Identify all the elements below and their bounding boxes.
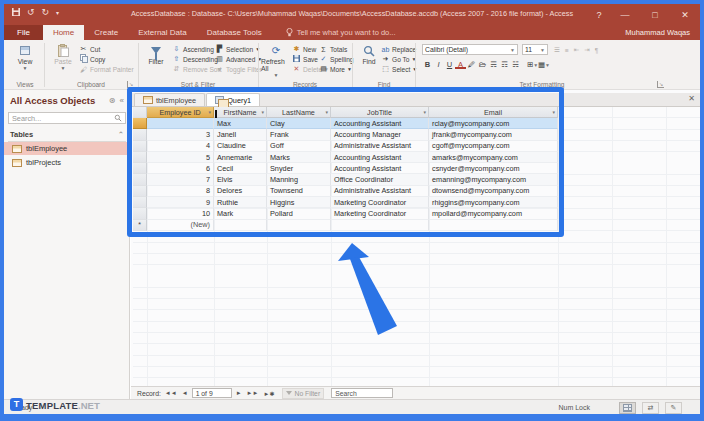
minimize-button[interactable]: — xyxy=(610,4,640,25)
cell-lastname[interactable]: Marks xyxy=(267,152,331,163)
record-search-input[interactable]: Search xyxy=(331,388,393,398)
tell-me-box[interactable]: Tell me what you want to do... xyxy=(286,25,396,40)
row-selector[interactable] xyxy=(133,152,147,163)
highlight-icon[interactable]: 🖉︎ xyxy=(466,60,477,69)
cell-email[interactable]: amarks@mycompany.com xyxy=(429,152,558,163)
close-button[interactable]: ✕ xyxy=(670,4,700,25)
column-header-lastname[interactable]: LastName▾ xyxy=(267,107,331,118)
cell-email[interactable]: jfrank@mycompany.com xyxy=(429,129,558,140)
cell-lastname[interactable]: Townsend xyxy=(267,186,331,197)
toggle-filter-button[interactable]: ▼Toggle Filter xyxy=(215,64,262,74)
totals-button[interactable]: ΣTotals xyxy=(319,44,347,54)
paste-button[interactable]: Paste▼ xyxy=(48,43,78,71)
cell-employee-id[interactable]: 10 xyxy=(147,208,214,219)
cell-email[interactable]: csnyder@mycompany.com xyxy=(429,163,558,174)
previous-record-button[interactable]: ◄ xyxy=(181,390,189,396)
font-size-select[interactable]: 11▼ xyxy=(522,44,548,55)
cell-lastname[interactable]: Frank xyxy=(267,129,331,140)
record-position-box[interactable]: 1 of 9 xyxy=(192,388,232,398)
cell-employee-id[interactable]: 6 xyxy=(147,163,214,174)
cell-jobtitle[interactable]: Administrative Assistant xyxy=(331,141,429,152)
cell-lastname[interactable]: Goff xyxy=(267,141,331,152)
cell-new-firstname[interactable] xyxy=(214,220,267,231)
column-dropdown-icon[interactable]: ▾ xyxy=(423,109,426,115)
column-dropdown-icon[interactable]: ▾ xyxy=(208,109,211,115)
cell-email[interactable]: mpollard@mycompany.com xyxy=(429,208,558,219)
cell-jobtitle[interactable]: Accounting Manager xyxy=(331,129,429,140)
row-selector[interactable] xyxy=(133,163,147,174)
italic-button[interactable]: I xyxy=(433,60,444,69)
align-right-icon[interactable]: ☵ xyxy=(510,60,521,69)
select-button[interactable]: ⬚Select▼ xyxy=(381,64,417,74)
help-button[interactable]: ? xyxy=(588,4,610,25)
descending-button[interactable]: ⇧Descending xyxy=(172,54,218,64)
cell-employee-id[interactable]: 8 xyxy=(147,186,214,197)
nav-item-tblprojects[interactable]: tblProjects xyxy=(4,156,130,169)
nav-search-input[interactable]: Search... xyxy=(8,112,126,124)
tab-create[interactable]: Create xyxy=(84,25,128,40)
cell-new-jobtitle[interactable] xyxy=(331,220,429,231)
cell-jobtitle[interactable]: Accounting Assistant xyxy=(331,152,429,163)
bold-button[interactable]: B xyxy=(422,60,433,69)
align-left-icon[interactable]: ☴ xyxy=(488,60,499,69)
cell-jobtitle[interactable]: Accounting Assistant xyxy=(331,163,429,174)
cell-firstname[interactable]: Ruthie xyxy=(214,197,267,208)
select-all-cell[interactable] xyxy=(133,107,147,118)
row-selector[interactable] xyxy=(133,129,147,140)
goto-button[interactable]: ➜Go To▼ xyxy=(381,54,416,64)
sharepoint-view-button[interactable]: ⇄ xyxy=(642,402,659,414)
cell-firstname[interactable]: Annemarie xyxy=(214,152,267,163)
cell-email[interactable]: emanning@mycompany.com xyxy=(429,174,558,185)
spelling-button[interactable]: ✓Spelling xyxy=(319,54,353,64)
clipboard-dialog-launcher-icon[interactable]: ↘ xyxy=(127,81,134,88)
cell-employee-id[interactable]: 9 xyxy=(147,197,214,208)
underline-button[interactable]: U xyxy=(444,60,455,69)
cut-button[interactable]: ✂Cut xyxy=(79,44,100,54)
column-header-firstname[interactable]: FirstName▾ xyxy=(214,107,267,118)
account-user-name[interactable]: Muhammad Waqas xyxy=(625,28,690,37)
row-selector[interactable] xyxy=(133,208,147,219)
ascending-button[interactable]: ⇩Ascending xyxy=(172,44,214,54)
find-button[interactable]: Find xyxy=(354,43,384,65)
replace-button[interactable]: abReplace xyxy=(381,44,416,54)
cell-employee-id[interactable] xyxy=(147,118,214,129)
selection-button[interactable]: ▛Selection▼ xyxy=(215,44,260,54)
tab-file[interactable]: File xyxy=(4,25,43,40)
cell-new-lastname[interactable] xyxy=(267,220,331,231)
document-tab-query1[interactable]: Query1 xyxy=(206,93,260,106)
maximize-button[interactable]: □ xyxy=(640,4,670,25)
column-dropdown-icon[interactable]: ▾ xyxy=(261,109,264,115)
nav-group-tables[interactable]: Tables ⌃ xyxy=(8,128,126,142)
more-button[interactable]: ▤More▼ xyxy=(319,64,352,74)
cell-jobtitle[interactable]: Office Coordinator xyxy=(331,174,429,185)
cell-lastname[interactable]: Manning xyxy=(267,174,331,185)
row-selector[interactable] xyxy=(133,197,147,208)
datasheet-view-button[interactable] xyxy=(619,402,636,414)
row-selector[interactable] xyxy=(133,118,147,129)
alternate-row-color-icon[interactable]: ▦▼ xyxy=(538,60,549,69)
column-dropdown-icon[interactable]: ▾ xyxy=(552,109,555,115)
column-header-jobtitle[interactable]: JobTitle▾ xyxy=(331,107,429,118)
first-record-button[interactable]: ◄◄ xyxy=(164,390,178,396)
row-selector[interactable] xyxy=(133,186,147,197)
cell-lastname[interactable]: Snyder xyxy=(267,163,331,174)
cell-email[interactable]: rclay@mycompany.com xyxy=(429,118,558,129)
cell-firstname[interactable]: Mark xyxy=(214,208,267,219)
next-record-button[interactable]: ► xyxy=(235,390,243,396)
cell-lastname[interactable]: Higgins xyxy=(267,197,331,208)
cell-jobtitle[interactable]: Marketing Coordinator xyxy=(331,197,429,208)
new-row-marker[interactable]: * xyxy=(133,220,147,231)
save-record-button[interactable]: Save xyxy=(292,54,318,64)
new-record-button[interactable]: ✱New xyxy=(292,44,316,54)
cell-firstname[interactable]: Elvis xyxy=(214,174,267,185)
fill-color-icon[interactable]: 🗁︎ xyxy=(477,60,488,69)
tab-database-tools[interactable]: Database Tools xyxy=(197,25,272,40)
copy-button[interactable]: Copy xyxy=(79,54,105,64)
column-dropdown-icon[interactable]: ▾ xyxy=(325,109,328,115)
cell-email[interactable]: dtownsend@mycompany.com xyxy=(429,186,558,197)
design-view-button[interactable]: ✎ xyxy=(665,402,682,414)
tab-home[interactable]: Home xyxy=(43,25,84,40)
nav-menu-icon[interactable]: ⊛ xyxy=(109,96,116,105)
cell-new-employee-id[interactable]: (New) xyxy=(147,220,214,231)
cell-firstname[interactable]: Max xyxy=(214,118,267,129)
